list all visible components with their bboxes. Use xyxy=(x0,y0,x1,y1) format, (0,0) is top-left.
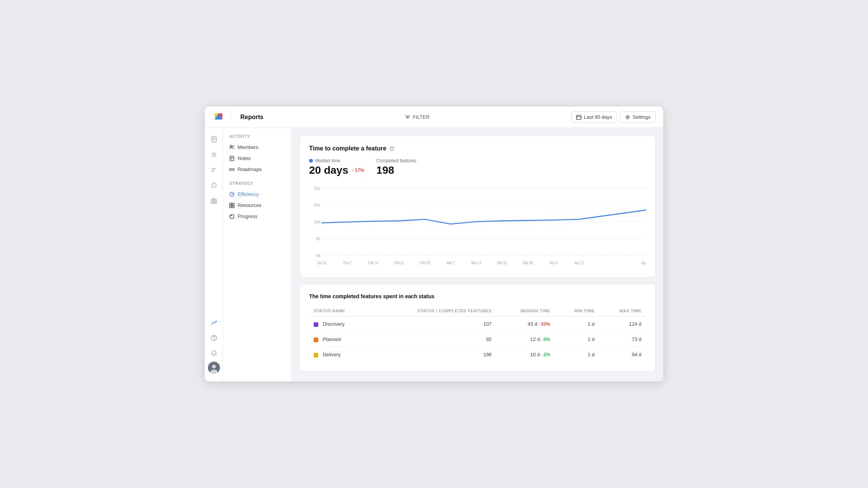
cell-median: 10 d ↓2% xyxy=(496,347,555,362)
user-avatar[interactable] xyxy=(208,362,220,374)
median-time-label: Median time xyxy=(309,158,364,163)
nav-item-members[interactable]: Members xyxy=(223,142,291,153)
median-dot xyxy=(309,159,313,163)
sidebar-icon-chart[interactable] xyxy=(207,316,221,330)
main-content: Time to complete a feature Median time xyxy=(292,128,663,381)
members-icon xyxy=(229,145,235,150)
svg-point-10 xyxy=(627,116,629,118)
sidebar-icon-menu[interactable] xyxy=(207,163,221,177)
cell-completed: 107 xyxy=(371,317,496,332)
svg-point-31 xyxy=(230,145,232,147)
status-name-text: Discovery xyxy=(323,321,345,327)
roadmaps-icon xyxy=(229,167,235,172)
nav-item-resources[interactable]: Resources xyxy=(223,200,291,211)
svg-text:Feb 7: Feb 7 xyxy=(343,260,351,265)
settings-button[interactable]: Settings xyxy=(620,111,656,123)
svg-text:Apr 11: Apr 11 xyxy=(575,260,584,265)
settings-label: Settings xyxy=(633,114,651,120)
table-card-title: The time completed features spent in eac… xyxy=(309,293,646,299)
nav-sidebar: ACTIVITY Members Notes xyxy=(223,128,292,381)
status-table: STATUS NAME STATUS / COMPLETED FEATURES … xyxy=(309,305,646,362)
svg-text:24d: 24d xyxy=(314,203,320,207)
nav-label-members: Members xyxy=(238,144,258,150)
table-row: Delivery 198 10 d ↓2% 1 d 94 d xyxy=(309,347,646,362)
nav-item-efficiency[interactable]: Efficiency xyxy=(223,189,291,200)
median-time-change: ↑ 17% xyxy=(351,168,364,173)
svg-rect-42 xyxy=(232,203,234,205)
nav-item-notes[interactable]: Notes xyxy=(223,153,291,164)
median-time-metric: Median time 20 days ↑ 17% xyxy=(309,158,364,176)
svg-rect-33 xyxy=(230,156,234,161)
completed-features-value: 198 xyxy=(376,164,416,176)
nav-label-resources: Resources xyxy=(238,202,261,208)
nav-item-progress[interactable]: Progress xyxy=(223,211,291,222)
info-icon xyxy=(389,146,395,151)
svg-text:0d: 0d xyxy=(316,253,320,258)
col-header-completed: STATUS / COMPLETED FEATURES xyxy=(371,305,496,317)
svg-text:32d: 32d xyxy=(314,186,320,191)
svg-point-48 xyxy=(392,147,392,148)
table-header-row: STATUS NAME STATUS / COMPLETED FEATURES … xyxy=(309,305,646,317)
chart-card: Time to complete a feature Median time xyxy=(300,136,656,278)
svg-text:Feb 21: Feb 21 xyxy=(394,260,404,265)
svg-text:Apr 4: Apr 4 xyxy=(550,260,557,265)
page-title: Reports xyxy=(240,114,263,121)
topbar-actions: Last 90 days Settings xyxy=(571,111,656,123)
cell-max: 124 d xyxy=(599,317,646,332)
sidebar-icon-compass[interactable] xyxy=(207,178,221,192)
cell-min: 1 d xyxy=(555,332,599,347)
sidebar-icon-list[interactable] xyxy=(207,148,221,162)
status-name-text: Planned xyxy=(323,336,341,342)
svg-text:Apr 18: Apr 18 xyxy=(641,260,646,265)
nav-label-roadmaps: Roadmaps xyxy=(238,166,262,172)
date-range-button[interactable]: Last 90 days xyxy=(571,111,617,123)
cell-status-name: Delivery xyxy=(309,347,371,362)
svg-rect-25 xyxy=(215,200,217,203)
cell-max: 94 d xyxy=(599,347,646,362)
table-card: The time completed features spent in eac… xyxy=(300,284,656,372)
median-time-value: 20 days ↑ 17% xyxy=(309,164,364,176)
date-range-label: Last 90 days xyxy=(584,114,612,120)
topbar-divider xyxy=(231,111,231,123)
svg-text:Feb 28: Feb 28 xyxy=(420,260,430,265)
svg-text:Jan 31: Jan 31 xyxy=(317,260,327,265)
svg-text:Mar 14: Mar 14 xyxy=(471,260,481,265)
status-color-dot xyxy=(314,322,318,327)
app-container: Reports FILTER Last 90 days xyxy=(205,107,663,381)
sidebar-icon-help[interactable] xyxy=(207,331,221,345)
gear-icon xyxy=(625,115,630,120)
svg-marker-22 xyxy=(213,183,215,186)
median-change-badge: ↓2% xyxy=(541,352,550,357)
sidebar-icon-library[interactable] xyxy=(207,194,221,207)
cell-min: 1 d xyxy=(555,347,599,362)
icon-sidebar xyxy=(205,128,223,381)
progress-icon xyxy=(229,214,235,219)
cell-min: 1 d xyxy=(555,317,599,332)
svg-text:8d: 8d xyxy=(316,236,320,241)
metrics-row: Median time 20 days ↑ 17% Completed feat… xyxy=(309,158,646,176)
logo-icon xyxy=(212,111,225,123)
svg-rect-44 xyxy=(232,206,234,208)
sidebar-icon-document[interactable] xyxy=(207,133,221,146)
filter-label: FILTER xyxy=(413,114,429,120)
svg-point-27 xyxy=(214,339,214,340)
sidebar-icon-bell[interactable] xyxy=(207,346,221,360)
main-layout: ACTIVITY Members Notes xyxy=(205,128,663,381)
table-row: Planned 92 12 d ↓5% 1 d 73 d xyxy=(309,332,646,347)
chart-title-text: Time to complete a feature xyxy=(309,145,386,152)
cell-status-name: Discovery xyxy=(309,317,371,332)
col-header-min: MIN TIME xyxy=(555,305,599,317)
strategy-section-title: STRATEGY xyxy=(223,181,291,189)
resources-icon xyxy=(229,203,235,208)
time-chart: 32d 24d 16d 8d 0d Jan 31 Feb 7 Feb 14 F xyxy=(309,184,646,268)
svg-rect-41 xyxy=(230,203,232,205)
filter-button[interactable]: FILTER xyxy=(401,112,433,122)
nav-item-roadmaps[interactable]: Roadmaps xyxy=(223,164,291,175)
svg-point-29 xyxy=(212,365,216,368)
nav-label-progress: Progress xyxy=(238,213,257,219)
filter-icon xyxy=(405,115,410,120)
svg-rect-24 xyxy=(213,198,215,203)
calendar-icon xyxy=(576,115,581,120)
svg-text:Mar 21: Mar 21 xyxy=(497,260,507,265)
col-header-median: MEDIAN TIME xyxy=(496,305,555,317)
